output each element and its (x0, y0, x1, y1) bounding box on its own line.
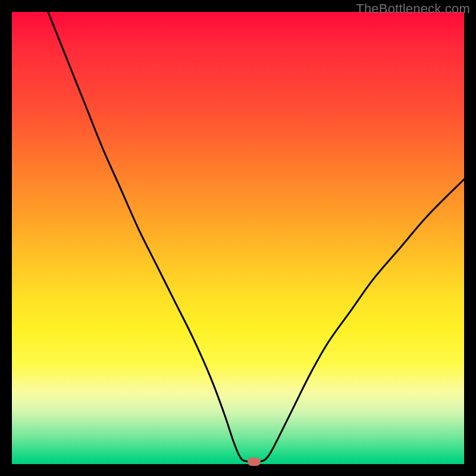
curve-path (48, 12, 464, 462)
chart-container: TheBottleneck.com (0, 0, 476, 476)
bottleneck-curve (12, 12, 464, 464)
plot-area (12, 12, 464, 464)
watermark: TheBottleneck.com (356, 1, 470, 17)
optimum-marker (248, 458, 261, 466)
